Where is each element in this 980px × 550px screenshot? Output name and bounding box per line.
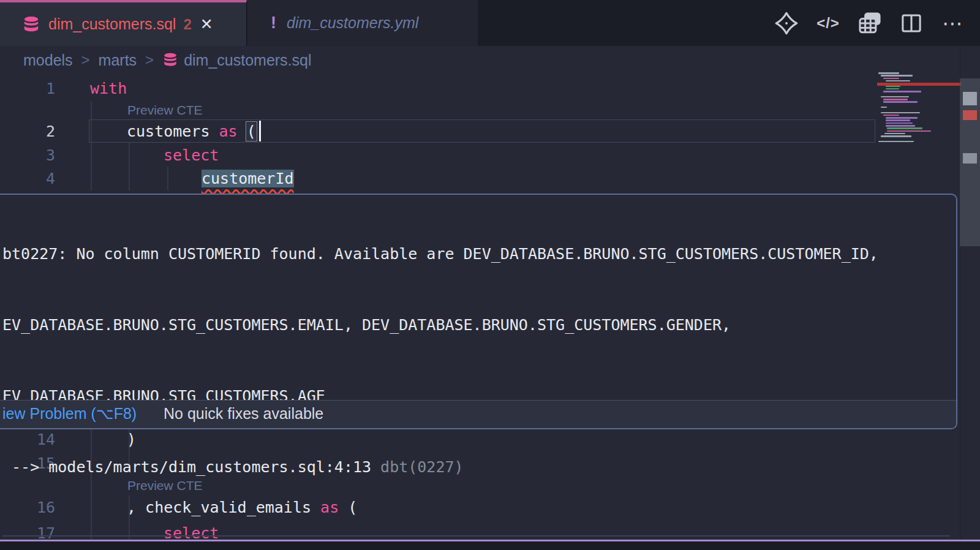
space bbox=[238, 122, 247, 140]
query-results-icon[interactable] bbox=[856, 10, 883, 37]
chevron-right-icon: > bbox=[81, 51, 90, 69]
chevron-right-icon: > bbox=[145, 51, 154, 69]
tab-problems-badge: 2 bbox=[183, 16, 191, 33]
no-quick-fixes-text: No quick fixes available bbox=[164, 405, 323, 423]
popup-status-bar: iew Problem (⌥F8) No quick fixes availab… bbox=[0, 400, 956, 428]
minimap-code-line bbox=[878, 141, 914, 143]
more-actions-icon[interactable]: ⋯ bbox=[940, 10, 967, 37]
line-number: 2 bbox=[0, 119, 55, 143]
tab-label: dim_customers.sql bbox=[48, 15, 176, 33]
matched-bracket: ( bbox=[247, 122, 256, 140]
sql-keyword: as bbox=[219, 122, 238, 140]
tab-dim-customers-yml[interactable]: ! dim_customers.yml bbox=[247, 0, 478, 46]
breadcrumb-models[interactable]: models bbox=[23, 51, 73, 69]
scrollbar-error-decoration bbox=[963, 110, 977, 120]
line-number: 1 bbox=[0, 77, 55, 100]
preview-cte-code-lens[interactable]: Preview CTE bbox=[127, 102, 203, 119]
dbt-power-user-icon[interactable] bbox=[773, 10, 800, 37]
dbt-error-message-1: bt0227: No column CUSTOMERID found. Avai… bbox=[2, 195, 950, 526]
minimap-code-line bbox=[883, 91, 921, 92]
scrollbar-decoration bbox=[963, 92, 977, 105]
minimap-code-line bbox=[881, 107, 887, 108]
minimap-code-line bbox=[881, 135, 911, 137]
line-number: 3 bbox=[0, 143, 55, 167]
minimap-code-line bbox=[883, 115, 899, 116]
cte-name: customers bbox=[127, 122, 219, 140]
minimap-code-line bbox=[886, 117, 918, 119]
breadcrumb-filename: dim_customers.sql bbox=[184, 51, 311, 69]
compile-sql-icon[interactable]: </> bbox=[815, 10, 842, 37]
close-icon[interactable]: ✕ bbox=[200, 15, 213, 33]
breadcrumb-file[interactable]: dim_customers.sql bbox=[162, 51, 311, 69]
code-line[interactable]: 4 customerId bbox=[0, 167, 980, 190]
minimap-code-line bbox=[887, 130, 931, 132]
error-indicator-icon: ! bbox=[271, 13, 276, 32]
minimap-code-line bbox=[881, 96, 909, 98]
sql-keyword: select bbox=[164, 146, 219, 164]
minimap-code-line bbox=[886, 119, 910, 121]
tab-label: dim_customers.yml bbox=[287, 14, 418, 32]
minimap-code-line bbox=[883, 78, 899, 80]
error-hover-popup: bt0227: No column CUSTOMERID found. Avai… bbox=[0, 194, 957, 429]
minimap-code-line bbox=[883, 99, 908, 100]
database-icon bbox=[22, 15, 40, 34]
text-cursor bbox=[259, 121, 261, 141]
code-line[interactable]: 1 with bbox=[0, 77, 980, 100]
scrollbar-decoration bbox=[963, 153, 977, 164]
code-line[interactable]: 3 select bbox=[0, 143, 980, 167]
line-number: 4 bbox=[0, 167, 55, 190]
code-line[interactable]: 2 customers as ( bbox=[0, 119, 980, 143]
error-token-customerid[interactable]: customerId bbox=[202, 170, 294, 187]
database-icon bbox=[162, 52, 178, 68]
breadcrumb-marts[interactable]: marts bbox=[99, 51, 137, 69]
minimap-code-line bbox=[881, 75, 913, 77]
editor-window: dim_customers.sql 2 ✕ ! dim_customers.ym… bbox=[0, 0, 980, 550]
minimap-code-line bbox=[886, 86, 900, 88]
view-problem-link[interactable]: iew Problem (⌥F8) bbox=[2, 405, 137, 423]
minimap-code-line bbox=[881, 112, 920, 114]
popup-divider bbox=[2, 535, 950, 537]
minimap-code-line bbox=[886, 122, 913, 124]
minimap-code-line bbox=[883, 101, 918, 103]
split-editor-icon[interactable] bbox=[898, 10, 925, 37]
sql-keyword: with bbox=[90, 80, 127, 97]
error-source-code: dbt(0227) bbox=[380, 458, 463, 476]
minimap-code-line bbox=[886, 125, 915, 127]
minimap-code-line bbox=[884, 133, 905, 135]
tab-dim-customers-sql[interactable]: dim_customers.sql 2 ✕ bbox=[0, 0, 247, 46]
breadcrumb: models > marts > dim_customers.sql bbox=[23, 46, 312, 74]
minimap-code-line bbox=[886, 80, 910, 82]
error-location: --> models/marts/dim_customers.sql:4:13 bbox=[2, 458, 380, 476]
minimap-code-line bbox=[887, 127, 922, 129]
minimap-code-line bbox=[878, 72, 899, 74]
minimap-code-line bbox=[886, 88, 899, 90]
minimap-error-line bbox=[877, 83, 961, 86]
bottom-strip bbox=[0, 541, 980, 550]
tab-bar: dim_customers.sql 2 ✕ ! dim_customers.ym… bbox=[0, 0, 980, 46]
editor-actions: </> ⋯ bbox=[773, 0, 967, 46]
